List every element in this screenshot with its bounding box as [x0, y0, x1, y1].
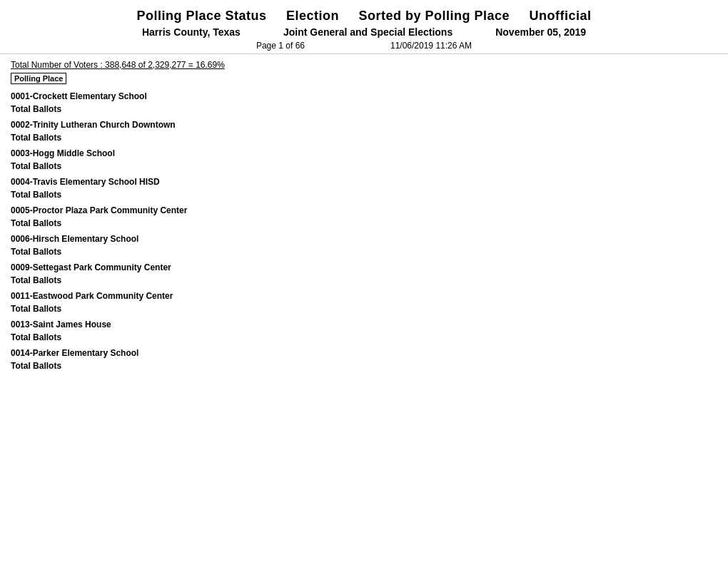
polling-place-name: 0001-Crockett Elementary School — [11, 91, 717, 101]
election-name: Joint General and Special Elections — [283, 26, 453, 38]
polling-place-entry: 0001-Crockett Elementary SchoolTotal Bal… — [11, 91, 717, 114]
polling-place-name: 0002-Trinity Lutheran Church Downtown — [11, 120, 717, 130]
header-title-line1: Polling Place Status Election Sorted by … — [7, 9, 721, 24]
polling-place-entry: 0005-Proctor Plaza Park Community Center… — [11, 205, 717, 228]
polling-place-name: 0014-Parker Elementary School — [11, 348, 717, 358]
total-ballots-label: Total Ballots — [11, 361, 717, 371]
total-ballots-label: Total Ballots — [11, 247, 717, 257]
polling-place-entry: 0011-Eastwood Park Community CenterTotal… — [11, 291, 717, 314]
total-voters-line: Total Number of Voters : 388,648 of 2,32… — [11, 60, 717, 70]
election-date: November 05, 2019 — [495, 26, 586, 38]
polling-place-entry: 0003-Hogg Middle SchoolTotal Ballots — [11, 148, 717, 171]
total-ballots-label: Total Ballots — [11, 161, 717, 171]
polling-place-name: 0003-Hogg Middle School — [11, 148, 717, 158]
total-ballots-label: Total Ballots — [11, 190, 717, 200]
total-ballots-label: Total Ballots — [11, 133, 717, 143]
polling-place-name: 0009-Settegast Park Community Center — [11, 262, 717, 272]
main-content: Total Number of Voters : 388,648 of 2,32… — [0, 54, 728, 382]
page-info: Page 1 of 66 — [256, 41, 305, 51]
polling-place-entry: 0014-Parker Elementary SchoolTotal Ballo… — [11, 348, 717, 371]
polling-place-name: 0005-Proctor Plaza Park Community Center — [11, 205, 717, 215]
polling-place-name: 0013-Saint James House — [11, 320, 717, 329]
polling-place-button[interactable]: Polling Place — [11, 73, 66, 84]
unofficial-title: Unofficial — [530, 9, 592, 23]
polling-place-name: 0004-Travis Elementary School HISD — [11, 177, 717, 187]
entries-container: 0001-Crockett Elementary SchoolTotal Bal… — [11, 91, 717, 371]
total-ballots-label: Total Ballots — [11, 304, 717, 314]
total-ballots-label: Total Ballots — [11, 218, 717, 228]
total-voters-text: of Voters : 388,648 of 2,329,277 = 16.69… — [61, 60, 225, 70]
sorted-by-title: Sorted by Polling Place — [359, 9, 510, 23]
polling-place-entry: 0006-Hirsch Elementary SchoolTotal Ballo… — [11, 234, 717, 257]
timestamp: 11/06/2019 11:26 AM — [390, 41, 472, 51]
total-ballots-label: Total Ballots — [11, 275, 717, 285]
total-ballots-label: Total Ballots — [11, 104, 717, 114]
polling-place-entry: 0004-Travis Elementary School HISDTotal … — [11, 177, 717, 200]
county-name: Harris County, Texas — [142, 26, 241, 38]
election-title: Election — [286, 9, 339, 23]
total-number-label: Total Number — [11, 60, 61, 70]
polling-place-name: 0011-Eastwood Park Community Center — [11, 291, 717, 301]
polling-place-entry: 0009-Settegast Park Community CenterTota… — [11, 262, 717, 285]
page-header: Polling Place Status Election Sorted by … — [0, 0, 728, 54]
polling-place-status-title: Polling Place Status — [136, 9, 266, 23]
polling-place-entry: 0002-Trinity Lutheran Church DowntownTot… — [11, 120, 717, 143]
total-ballots-label: Total Ballots — [11, 332, 717, 342]
polling-place-entry: 0013-Saint James HouseTotal Ballots — [11, 320, 717, 342]
polling-place-name: 0006-Hirsch Elementary School — [11, 234, 717, 244]
